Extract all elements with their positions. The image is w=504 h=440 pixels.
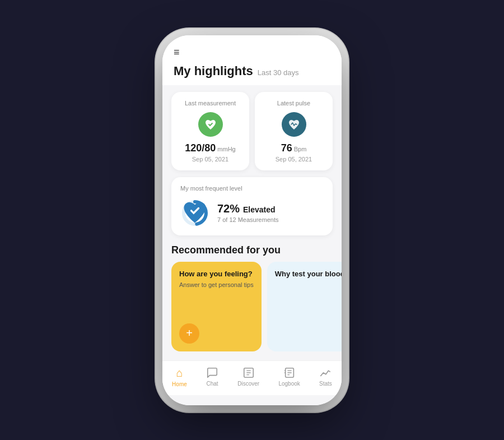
home-icon: ⌂ <box>176 367 183 379</box>
glucose-card-content: Why test your blood glucose? <box>275 270 342 279</box>
header: ≡ My highlights Last 30 days <box>162 35 342 85</box>
feeling-card-title: How are you feeling? <box>179 270 254 279</box>
menu-icon[interactable]: ≡ <box>174 47 330 58</box>
feeling-card-desc: Answer to get personal tips <box>179 281 254 289</box>
bottom-nav: ⌂ Home Chat Discover <box>162 360 342 395</box>
feeling-card-add-button[interactable]: + <box>179 323 199 344</box>
nav-home[interactable]: ⌂ Home <box>172 367 187 387</box>
blood-pressure-value: 120/80 mmHg <box>185 142 235 154</box>
pulse-unit: Bpm <box>294 146 307 152</box>
last-measurement-label: Last measurement <box>185 100 236 106</box>
nav-stats[interactable]: Stats <box>319 367 332 387</box>
frequent-percent-row: 72% Elevated <box>217 202 324 215</box>
nav-discover[interactable]: Discover <box>237 367 259 387</box>
stats-label: Stats <box>319 381 332 387</box>
logbook-icon <box>283 367 296 379</box>
recommended-cards-scroll[interactable]: How are you feeling? Answer to get perso… <box>162 262 342 360</box>
latest-pulse-label: Latest pulse <box>277 100 310 106</box>
discover-label: Discover <box>237 381 259 387</box>
phone-screen: ≡ My highlights Last 30 days Last measur… <box>162 35 342 405</box>
measurement-section: Last measurement 120/80 mmHg Sep 05, 202… <box>162 85 342 177</box>
nav-chat[interactable]: Chat <box>206 367 218 387</box>
frequent-level-value: Elevated <box>243 205 276 214</box>
recommended-title: Recommended for you <box>162 242 342 262</box>
frequent-level-card: My most frequent level <box>171 177 333 235</box>
recommended-card-glucose[interactable]: Why test your blood glucose? + <box>267 262 342 351</box>
page-title-row: My highlights Last 30 days <box>174 64 330 78</box>
recommended-card-feeling[interactable]: How are you feeling? Answer to get perso… <box>171 262 262 351</box>
logbook-label: Logbook <box>278 381 300 387</box>
latest-pulse-card: Latest pulse 76 Bpm Sep 05, 2021 <box>255 92 333 170</box>
page-subtitle: Last 30 days <box>258 68 299 77</box>
frequent-level-label: My most frequent level <box>180 185 324 192</box>
heart-check-icon <box>204 118 217 131</box>
frequent-level-content: 72% Elevated 7 of 12 Measurements <box>180 198 324 228</box>
pulse-date: Sep 05, 2021 <box>276 156 312 163</box>
page-title: My highlights <box>174 64 253 78</box>
frequent-percent-value: 72% <box>217 202 240 215</box>
measurement-cards-row: Last measurement 120/80 mmHg Sep 05, 202… <box>171 92 333 170</box>
heart-pulse-icon <box>287 118 301 131</box>
feeling-card-content: How are you feeling? Answer to get perso… <box>179 270 254 290</box>
chat-label: Chat <box>206 381 218 387</box>
pulse-value: 76 Bpm <box>281 142 307 154</box>
heart-check-icon-circle <box>198 112 223 137</box>
chat-icon <box>206 367 218 379</box>
measurement-date: Sep 05, 2021 <box>192 156 228 163</box>
home-label: Home <box>172 381 187 387</box>
last-measurement-card: Last measurement 120/80 mmHg Sep 05, 202… <box>171 92 249 170</box>
frequent-text: 72% Elevated 7 of 12 Measurements <box>217 202 324 223</box>
donut-chart <box>180 198 209 228</box>
glucose-card-title: Why test your blood glucose? <box>275 270 342 279</box>
heart-pulse-icon-circle <box>282 112 306 137</box>
donut-heart-icon <box>180 197 209 229</box>
nav-logbook[interactable]: Logbook <box>278 367 300 387</box>
frequent-level-section: My most frequent level <box>162 177 342 242</box>
discover-icon <box>242 367 255 379</box>
blood-pressure-unit: mmHg <box>217 146 235 152</box>
frequent-sub-text: 7 of 12 Measurements <box>217 216 324 223</box>
phone-device: ≡ My highlights Last 30 days Last measur… <box>162 35 342 405</box>
stats-icon <box>319 367 332 379</box>
